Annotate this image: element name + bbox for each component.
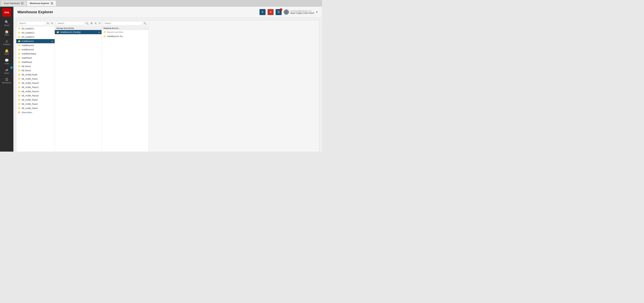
list-item[interactable]: 📁NE-Store2 (16, 68, 54, 73)
user-dropdown-arrow[interactable]: ▼ (316, 11, 318, 14)
tab-close-buyer-dashboard[interactable]: ✕ (21, 2, 24, 5)
sidebar-item-alerts[interactable]: 🔔 Alerts (1, 48, 12, 56)
page-header: Warehouse Explorer ↻ ✕ ☰ 1 👤 username@ex… (14, 7, 322, 18)
sidebar: one 🔍 Search 🏠 Home ⚠ Problems 🔔 Alerts … (0, 7, 14, 152)
list-item[interactable]: 📁NE_HUB6_Plant2 (16, 98, 54, 102)
bell-icon: 🔔 (5, 49, 9, 53)
user-section: 👤 username@example.com Buyer Supply Chai… (284, 10, 318, 15)
column-3-search-btn[interactable]: 🔍 (143, 22, 147, 25)
sidebar-item-menus[interactable]: ☰ Menus/Favs (1, 76, 12, 85)
column-3-list: 📁Branch1-out (Cell... 📁Hub6Branch1 Pa... (102, 30, 148, 152)
tab-label-active: Warehouse Explorer (30, 2, 49, 5)
chat-icon: 💬 (5, 58, 9, 62)
tab-label: Buyer Dashboard (4, 2, 20, 5)
folder-icon: 📁 (18, 86, 20, 89)
folder-icon: 📁 (18, 99, 20, 101)
folder-icon: 📁 (18, 82, 20, 84)
folder-icon: 📁 (103, 31, 106, 33)
page-title: Warehouse Explorer (18, 10, 53, 14)
column-2-edit[interactable]: ✎ (98, 22, 101, 25)
user-avatar: 👤 (284, 10, 289, 15)
folder-icon: 📁 (18, 107, 20, 110)
user-avatar-icon: 👤 (285, 11, 288, 13)
list-item-show-more[interactable]: 📂Show More... (16, 110, 54, 115)
sidebar-item-problems[interactable]: ⚠ Problems (1, 38, 12, 47)
list-item[interactable]: 📁NE_HUB6_Plant3 (16, 102, 54, 106)
list-item[interactable]: 📁NE_HUB6_Plant15 (16, 94, 54, 98)
list-item[interactable]: 📁NE_HUB6_Plant14 (16, 89, 54, 94)
folder-icon: 📁 (56, 31, 59, 33)
list-item[interactable]: 📁Hub6Branch3 (16, 48, 54, 52)
column-2-search[interactable] (56, 21, 84, 25)
column-1-edit[interactable]: ✎ (50, 22, 54, 25)
list-item[interactable]: 📁NE_HUB6_Plant4 (16, 106, 54, 110)
tab-close-warehouse-explorer[interactable]: ✕ (50, 2, 53, 5)
search-icon: 🔍 (5, 20, 9, 24)
column-3-search[interactable] (103, 21, 142, 25)
list-item[interactable]: 📁Hub6MainDepot (16, 52, 54, 56)
folder-icon: 📁 (18, 48, 20, 51)
list-item[interactable]: 📁EN_Hub6DC2 (16, 31, 54, 35)
tab-warehouse-explorer[interactable]: Warehouse Explorer ✕ (27, 1, 56, 6)
user-role: Buyer Supply Chain Admin (290, 12, 314, 14)
sidebar-item-home[interactable]: 🏠 Home (1, 28, 12, 37)
folder-icon: 📁 (18, 44, 20, 47)
column-3-toolbar: 🔍 (102, 20, 148, 27)
list-item-hub6branch1-pa[interactable]: 📁Hub6Branch1 Pa... (102, 34, 148, 38)
notification-badge: 1 (280, 9, 282, 11)
column-1-toolbar: ↻ ✎ (16, 20, 54, 27)
column-1-search[interactable] (18, 21, 46, 25)
close-button[interactable]: ✕ (268, 9, 274, 15)
column-1-list: 📁EN_Hub6DC1 📁EN_Hub6DC2 📁EN_Hub6DC3 📁Hub… (16, 27, 54, 152)
folder-icon: 📁 (18, 36, 20, 38)
list-item[interactable]: 📁Hub6Plant1 (16, 56, 54, 60)
list-item-hub6branch1-facility[interactable]: 📁Hub6Branch1 (Facility) (55, 30, 102, 34)
notification-button[interactable]: ☰ 1 (276, 9, 282, 15)
sidebar-label-home: Home (4, 34, 9, 36)
sidebar-label-chats: Chats (4, 63, 9, 65)
column-2-settings[interactable]: ⚙ (90, 22, 93, 25)
list-item[interactable]: 📁Hub6Branch2 (16, 43, 54, 48)
list-item-branch1-out[interactable]: 📁Branch1-out (Cell... (102, 30, 148, 34)
logo-text: one (4, 11, 9, 14)
user-info: username@example.com Buyer Supply Chain … (290, 10, 314, 14)
app-logo[interactable]: one (2, 8, 11, 17)
sidebar-item-search[interactable]: 🔍 Search (1, 19, 12, 28)
list-item[interactable]: 📁NE-Store1 (16, 64, 54, 68)
menu-icon: ☰ (5, 78, 8, 82)
column-2-refresh[interactable]: ↻ (94, 22, 97, 25)
warning-icon: ⚠ (5, 39, 8, 43)
column-2-header: Storage Area (Zone) (55, 27, 102, 30)
folder-icon: 📁 (18, 32, 20, 34)
list-item[interactable]: 📁NE_HUB6-Plant6 (16, 73, 54, 77)
explorer-area: ↻ ✎ 📁EN_Hub6DC1 📁EN_Hub6DC2 📁EN_Hub6DC3 … (14, 18, 322, 152)
folder-icon: 📁 (18, 53, 20, 55)
folder-icon: 📁 (18, 27, 20, 30)
tab-buyer-dashboard[interactable]: Buyer Dashboard ✕ (1, 1, 26, 6)
list-item[interactable]: 📁EN_Hub6DC1 (16, 27, 54, 31)
folder-icon: 📁 (18, 78, 20, 80)
column-2: 🔍 ⚙ ↻ ✎ Storage Area (Zone) 📁Hub6Branch1… (55, 20, 102, 152)
column-4 (148, 20, 319, 152)
column-3-header: Shipping Area (C... (102, 27, 148, 30)
switch-badge (10, 66, 13, 69)
app-container: one 🔍 Search 🏠 Home ⚠ Problems 🔔 Alerts … (0, 7, 322, 152)
show-more-icon: 📂 (18, 111, 20, 114)
list-item[interactable]: 📁NE_HUB6_Plant1 (16, 77, 54, 81)
column-1-refresh[interactable]: ↻ (46, 22, 50, 25)
column-2-search-btn[interactable]: 🔍 (85, 22, 89, 25)
sidebar-label-switch: Switch (4, 72, 9, 74)
list-item[interactable]: 📁EN_Hub6DC3 (16, 35, 54, 39)
column-2-toolbar: 🔍 ⚙ ↻ ✎ (55, 20, 102, 27)
sidebar-item-chats[interactable]: 💬 Chats (1, 57, 12, 66)
sidebar-item-switch[interactable]: ⇄ Switch (1, 67, 12, 76)
list-item[interactable]: 📁NE_HUB6_Plant11 (16, 85, 54, 89)
list-item[interactable]: 📁NE_HUB6_Plant10 (16, 81, 54, 85)
explorer-columns: ↻ ✎ 📁EN_Hub6DC1 📁EN_Hub6DC2 📁EN_Hub6DC3 … (16, 20, 319, 152)
list-item-hub6branch1[interactable]: 📁Hub6Branch1 (16, 39, 54, 43)
list-item[interactable]: 📁Hub6Plant2 (16, 60, 54, 64)
refresh-button[interactable]: ↻ (260, 9, 266, 15)
folder-icon: 📁 (18, 90, 20, 93)
sidebar-label-search: Search (4, 25, 10, 26)
column-2-header-label: Storage Area (Zone) (56, 27, 74, 29)
